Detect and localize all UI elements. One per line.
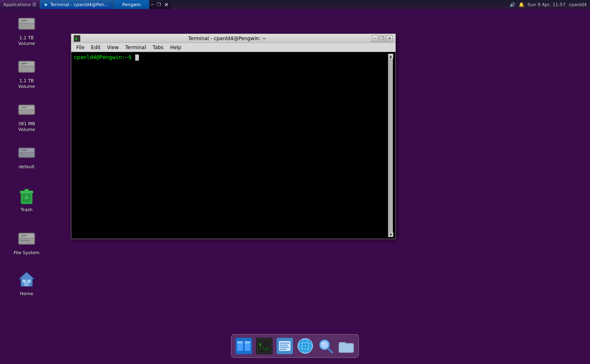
volume2-label: 1.1 TBVolume <box>18 78 35 90</box>
svg-point-11 <box>31 70 32 71</box>
terminal-scrollbar[interactable]: ▲ ▼ <box>388 54 393 237</box>
svg-rect-33 <box>25 189 29 191</box>
terminal-title-text: Terminal - cpanld4@Pengwin: ~ <box>83 36 372 41</box>
svg-rect-45 <box>23 280 26 283</box>
default-icon <box>17 143 36 163</box>
svg-point-24 <box>31 155 32 156</box>
desktop-icon-volume1[interactable]: 1.1 TBVolume <box>8 12 45 49</box>
terminal-body[interactable]: cpanld4@Pengwin:~$ ▲ ▼ <box>71 52 395 239</box>
svg-text:♻: ♻ <box>25 195 29 201</box>
desktop-icon-trash[interactable]: ♻ Trash <box>8 184 45 215</box>
scrollbar-up[interactable]: ▲ <box>388 54 393 59</box>
svg-text:$_: $_ <box>259 342 264 347</box>
terminal-window: $ Terminal - cpanld4@Pengwin: ~ ─ ❐ ✕ Fi… <box>71 34 396 239</box>
svg-rect-12 <box>21 63 27 64</box>
volume1-label: 1.1 TBVolume <box>18 35 35 47</box>
desktop-icon-home[interactable]: Home <box>8 268 45 298</box>
prompt-user-host: cpanld4@Pengwin:~$ <box>74 54 132 61</box>
menu-help[interactable]: Help <box>167 44 184 51</box>
volume1-icon <box>17 14 36 34</box>
home-label: Home <box>20 291 33 297</box>
svg-rect-41 <box>21 237 25 237</box>
menu-view[interactable]: View <box>104 44 122 51</box>
filesystem-label: File System <box>14 250 40 256</box>
dock-item-terminal[interactable]: $_ > cmd <box>254 336 274 356</box>
svg-rect-61 <box>280 343 290 344</box>
terminal-cursor <box>135 54 139 61</box>
svg-rect-6 <box>21 22 25 22</box>
terminal-window-buttons: ─ ❐ ✕ <box>372 35 393 42</box>
applications-button[interactable]: Applications ☰ <box>0 0 40 9</box>
dock-item-search[interactable] <box>316 336 336 356</box>
svg-point-4 <box>31 27 32 28</box>
svg-rect-54 <box>245 341 250 344</box>
desktop-icon-default[interactable]: default <box>8 141 45 172</box>
pengwin-restore-btn[interactable]: ❐ <box>155 2 163 7</box>
filesystem-icon <box>17 229 36 249</box>
svg-rect-46 <box>27 280 31 283</box>
menu-file[interactable]: File <box>73 44 88 51</box>
menu-edit[interactable]: Edit <box>88 44 104 51</box>
svg-text:> cmd: > cmd <box>259 347 269 351</box>
terminal-prompt: cpanld4@Pengwin:~$ <box>74 54 388 61</box>
menu-tabs[interactable]: Tabs <box>150 44 167 51</box>
svg-rect-64 <box>280 349 286 350</box>
terminal-dock-icon: $_ > cmd <box>256 338 272 354</box>
scrollbar-thumb[interactable] <box>389 59 393 231</box>
home-icon <box>17 270 36 289</box>
svg-rect-42 <box>21 240 29 241</box>
dock-item-list[interactable] <box>275 336 295 356</box>
desktop-icon-volume3[interactable]: 381 MBVolume <box>8 98 45 135</box>
pengwin-close-btn[interactable]: ✕ <box>163 2 170 8</box>
trash-label: Trash <box>20 207 32 213</box>
svg-rect-53 <box>237 341 243 344</box>
search-icon <box>318 338 334 354</box>
svg-point-72 <box>321 341 328 348</box>
svg-rect-63 <box>280 347 289 348</box>
trash-icon: ♻ <box>17 186 36 206</box>
volume-icon: 🔊 <box>510 2 515 7</box>
pengwin-taskbar-button[interactable]: Pengwin <box>114 0 149 9</box>
dock-item-folder[interactable] <box>336 336 356 356</box>
system-tray: 🔊 🔔 Sun 9 Apr, 11:57 cpanld4 <box>510 2 590 7</box>
svg-rect-25 <box>21 150 27 151</box>
desktop-icon-filesystem[interactable]: File System <box>8 227 45 258</box>
dock-item-network[interactable] <box>295 336 315 356</box>
folder-icon <box>338 338 354 354</box>
default-label: default <box>19 164 35 170</box>
svg-point-39 <box>31 242 32 243</box>
taskbar-top: Applications ☰ ▶ Terminal - cpanld4@Pen.… <box>0 0 590 9</box>
prompt-space <box>132 54 135 61</box>
dock-item-files-blue[interactable] <box>234 336 254 356</box>
terminal-restore-btn[interactable]: ❐ <box>379 35 386 42</box>
pengwin-minimize-btn[interactable]: ─ <box>149 2 155 7</box>
datetime: Sun 9 Apr, 11:57 <box>528 2 566 7</box>
volume3-label: 381 MBVolume <box>18 121 35 133</box>
terminal-menubar: File Edit View Terminal Tabs Help <box>71 43 395 52</box>
dock: $_ > cmd <box>231 334 359 358</box>
desktop-icon-volume2[interactable]: 1.1 TBVolume <box>8 55 45 92</box>
svg-rect-40 <box>21 235 27 236</box>
terminal-close-btn[interactable]: ✕ <box>386 35 393 42</box>
list-icon <box>277 338 293 354</box>
scrollbar-down[interactable]: ▼ <box>388 232 393 237</box>
svg-line-73 <box>328 348 332 353</box>
menu-terminal[interactable]: Terminal <box>122 44 150 51</box>
svg-rect-13 <box>21 65 25 65</box>
terminal-content[interactable]: cpanld4@Pengwin:~$ <box>74 54 388 237</box>
svg-rect-19 <box>21 107 27 108</box>
svg-rect-5 <box>21 20 27 21</box>
taskbar-top-left: Applications ☰ ▶ Terminal - cpanld4@Pen.… <box>0 0 170 9</box>
svg-text:$: $ <box>75 37 77 41</box>
notifications-icon: 🔔 <box>519 2 524 7</box>
terminal-title-icon: $ <box>74 35 80 42</box>
svg-rect-77 <box>339 343 354 353</box>
terminal-taskbar-button[interactable]: ▶ Terminal - cpanld4@Pen... <box>40 0 114 9</box>
terminal-titlebar: $ Terminal - cpanld4@Pengwin: ~ ─ ❐ ✕ <box>71 34 395 43</box>
terminal-minimize-btn[interactable]: ─ <box>372 35 378 42</box>
volume2-icon <box>17 57 36 77</box>
svg-point-47 <box>27 283 28 284</box>
volume3-icon <box>17 100 36 120</box>
files-blue-icon <box>236 338 252 354</box>
svg-point-18 <box>31 112 32 113</box>
